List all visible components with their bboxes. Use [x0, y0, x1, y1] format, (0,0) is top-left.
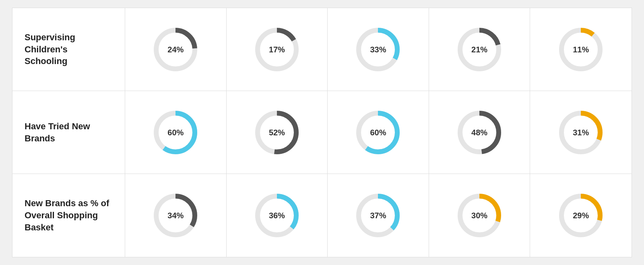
donut-label: 33% — [370, 45, 386, 54]
donut-chart: 21% — [455, 25, 504, 74]
donut-label: 52% — [269, 128, 285, 137]
donut-label: 36% — [269, 211, 285, 220]
donut-label: 24% — [167, 45, 184, 54]
cell-r2-c4: 29% — [530, 174, 632, 257]
donut-chart: 37% — [354, 191, 402, 240]
cell-r0-c4: 11% — [530, 8, 632, 91]
donut-chart: 17% — [253, 25, 301, 74]
cell-r0-c2: 33% — [328, 8, 429, 91]
row-label-0: Supervising Children's Schooling — [12, 8, 125, 91]
donut-chart: 34% — [151, 191, 200, 240]
donut-chart: 29% — [557, 191, 605, 240]
donut-label: 17% — [269, 45, 285, 54]
donut-label: 48% — [471, 128, 487, 137]
donut-label: 60% — [167, 128, 184, 137]
cell-r2-c0: 34% — [125, 174, 227, 257]
donut-chart: 31% — [557, 108, 605, 157]
cell-r0-c1: 17% — [227, 8, 328, 91]
cell-r1-c1: 52% — [227, 91, 328, 174]
donut-label: 31% — [573, 128, 589, 137]
cell-r0-c0: 24% — [125, 8, 227, 91]
donut-chart: 11% — [557, 25, 605, 74]
donut-chart: 60% — [151, 108, 200, 157]
donut-chart: 48% — [455, 108, 504, 157]
row-label-2: New Brands as % of Overall Shopping Bask… — [12, 174, 125, 257]
donut-chart: 36% — [253, 191, 301, 240]
donut-label: 34% — [167, 211, 184, 220]
donut-chart: 30% — [455, 191, 504, 240]
donut-chart: 60% — [354, 108, 402, 157]
cell-r1-c3: 48% — [429, 91, 530, 174]
donut-label: 37% — [370, 211, 386, 220]
cell-r2-c1: 36% — [227, 174, 328, 257]
donut-label: 29% — [573, 211, 589, 220]
cell-r2-c2: 37% — [328, 174, 429, 257]
donut-chart: 24% — [151, 25, 200, 74]
donut-label: 11% — [573, 45, 589, 54]
donut-label: 21% — [471, 45, 487, 54]
cell-r1-c0: 60% — [125, 91, 227, 174]
cell-r1-c2: 60% — [328, 91, 429, 174]
data-table: Supervising Children's Schooling 24% 17%… — [12, 8, 632, 257]
cell-r2-c3: 30% — [429, 174, 530, 257]
donut-label: 60% — [370, 128, 386, 137]
donut-chart: 33% — [354, 25, 402, 74]
row-label-1: Have Tried New Brands — [12, 91, 125, 174]
donut-label: 30% — [471, 211, 487, 220]
donut-chart: 52% — [253, 108, 301, 157]
cell-r0-c3: 21% — [429, 8, 530, 91]
cell-r1-c4: 31% — [530, 91, 632, 174]
